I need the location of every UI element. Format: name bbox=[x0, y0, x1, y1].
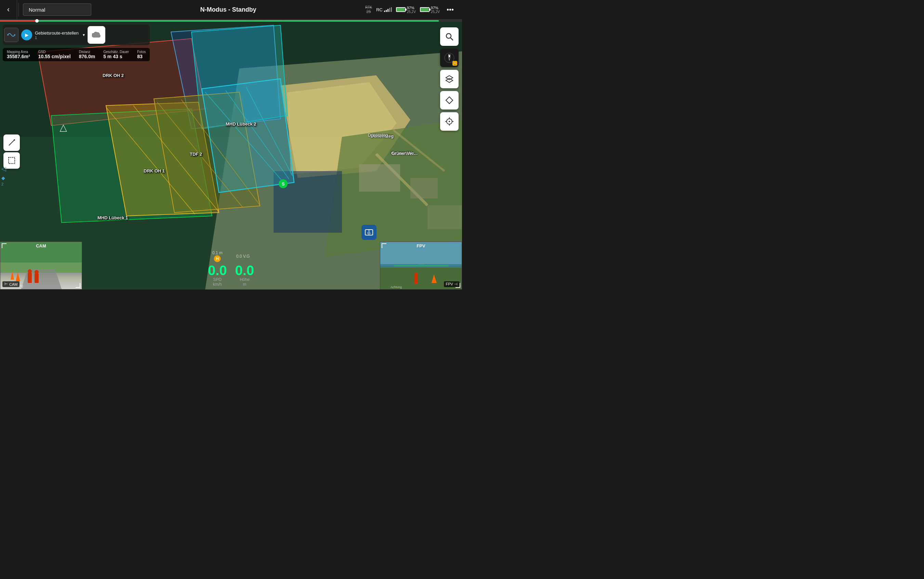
stat-dauer: Geschätz. Dauer 5 m 43 s bbox=[103, 50, 129, 59]
progress-bar bbox=[0, 20, 462, 22]
route-name: Gebietsroute-erstellen 1 bbox=[35, 31, 79, 40]
fpv-label: FPV bbox=[417, 243, 425, 249]
svg-rect-71 bbox=[414, 275, 418, 284]
header-right: RTK 25 RC 97% 25,2V bbox=[365, 5, 462, 14]
route-icon-button[interactable] bbox=[4, 28, 18, 42]
svg-point-34 bbox=[14, 34, 15, 36]
right-tools: N 🔒 bbox=[440, 27, 459, 131]
dropdown-arrow[interactable]: ▾ bbox=[83, 33, 85, 37]
svg-marker-43 bbox=[448, 58, 450, 61]
svg-rect-62 bbox=[28, 273, 32, 283]
search-button[interactable] bbox=[440, 27, 459, 46]
left-sidebar-bottom: ◁ ◆ 2 bbox=[2, 165, 6, 186]
battery-2: 97% 25,2V bbox=[420, 6, 440, 14]
svg-rect-11 bbox=[427, 205, 462, 229]
stat-distanz: Distanz 876.0m bbox=[79, 50, 95, 59]
stats-bar: Mapping Area 35587.6m² GSD 10.55 cm/pixe… bbox=[3, 48, 150, 61]
svg-line-39 bbox=[450, 38, 453, 40]
mode-label: Normal bbox=[29, 7, 45, 13]
draw-tool-button[interactable] bbox=[3, 134, 20, 151]
battery-1-icon bbox=[396, 7, 406, 12]
hud-h-badge: H bbox=[214, 255, 221, 262]
nav-arrow-left[interactable]: ◁ bbox=[2, 165, 6, 172]
hud-speed-row: 0.0 SPDkm/h 0.0 Höhem bbox=[208, 263, 254, 287]
svg-point-65 bbox=[34, 270, 39, 274]
back-button[interactable]: ‹ bbox=[0, 0, 17, 20]
svg-rect-37 bbox=[8, 157, 15, 164]
svg-point-72 bbox=[414, 273, 418, 276]
more-button[interactable]: ••• bbox=[444, 6, 456, 14]
svg-point-36 bbox=[14, 139, 15, 141]
svg-point-48 bbox=[449, 121, 450, 122]
diamond-label: 2 bbox=[2, 182, 6, 186]
signal-bars bbox=[384, 7, 392, 12]
hud-hohe: 0.0 Höhem bbox=[235, 263, 254, 287]
cam-preview[interactable]: Achtung CAM ⊢ CAM bbox=[0, 242, 82, 290]
svg-rect-10 bbox=[411, 178, 438, 198]
stat-fotos: Fotos 83 bbox=[137, 50, 146, 59]
hud-height-row: 0.1 m H 0.0 V.G bbox=[212, 250, 250, 262]
start-point: S bbox=[279, 179, 288, 188]
diamond-icon-1: ◆ bbox=[2, 175, 6, 181]
fpv-toggle-button[interactable]: 1 L bbox=[362, 225, 376, 240]
svg-marker-44 bbox=[446, 75, 453, 80]
cam-preview-label: ⊢ CAM bbox=[2, 281, 20, 287]
svg-point-63 bbox=[28, 269, 32, 273]
layers-button[interactable] bbox=[440, 70, 459, 88]
rc-signal: RC bbox=[376, 7, 392, 12]
svg-rect-64 bbox=[34, 273, 39, 283]
stat-mapping-area: Mapping Area 35587.6m² bbox=[7, 50, 30, 59]
svg-text:L: L bbox=[370, 231, 372, 234]
hud-height-item: 0.1 m H bbox=[212, 250, 223, 262]
svg-point-33 bbox=[7, 34, 8, 36]
battery-2-icon bbox=[420, 7, 430, 12]
stat-gsd: GSD 10.55 cm/pixel bbox=[38, 50, 71, 59]
hud-speed: 0.0 SPDkm/h bbox=[208, 263, 227, 287]
drone-arrow: ▽ bbox=[60, 123, 67, 134]
svg-text:Achtung: Achtung bbox=[391, 285, 402, 289]
center-hud: 0.1 m H 0.0 V.G 0.0 SPDkm/h 0.0 Höhem bbox=[208, 250, 254, 290]
locate-button[interactable] bbox=[440, 112, 459, 131]
svg-marker-61 bbox=[16, 272, 20, 281]
header: ‹ Normal N-Modus - Standby RTK 25 RC 97% bbox=[0, 0, 462, 20]
hud-vg-item: 0.0 V.G bbox=[236, 254, 250, 259]
header-title: N-Modus - Standby bbox=[91, 6, 365, 13]
mode-dropdown[interactable]: Normal bbox=[23, 3, 91, 16]
svg-line-35 bbox=[9, 140, 15, 146]
rtk-status: RTK 25 bbox=[365, 5, 372, 14]
svg-rect-9 bbox=[359, 164, 400, 191]
toolbar-panel: ▶ Gebietsroute-erstellen 1 ▾ Mapping Are… bbox=[3, 25, 150, 61]
left-tools bbox=[3, 134, 20, 169]
svg-text:1: 1 bbox=[367, 231, 368, 234]
lock-badge: 🔒 bbox=[452, 61, 457, 66]
svg-marker-45 bbox=[446, 79, 453, 82]
fpv-preview-label: FPV ⊣ bbox=[444, 281, 460, 287]
fpv-preview[interactable]: Achtung FPV FPV ⊣ bbox=[380, 242, 462, 290]
cam-label: CAM bbox=[36, 243, 46, 249]
eraser-button[interactable] bbox=[440, 91, 459, 110]
play-button[interactable]: ▶ bbox=[21, 29, 32, 40]
svg-marker-46 bbox=[446, 97, 453, 104]
svg-marker-59 bbox=[21, 269, 62, 289]
battery-1: 97% 25,2V bbox=[396, 6, 416, 14]
compass-button[interactable]: N 🔒 bbox=[440, 49, 459, 67]
route-bar: ▶ Gebietsroute-erstellen 1 ▾ bbox=[3, 25, 150, 45]
cloud-button[interactable] bbox=[88, 26, 105, 44]
